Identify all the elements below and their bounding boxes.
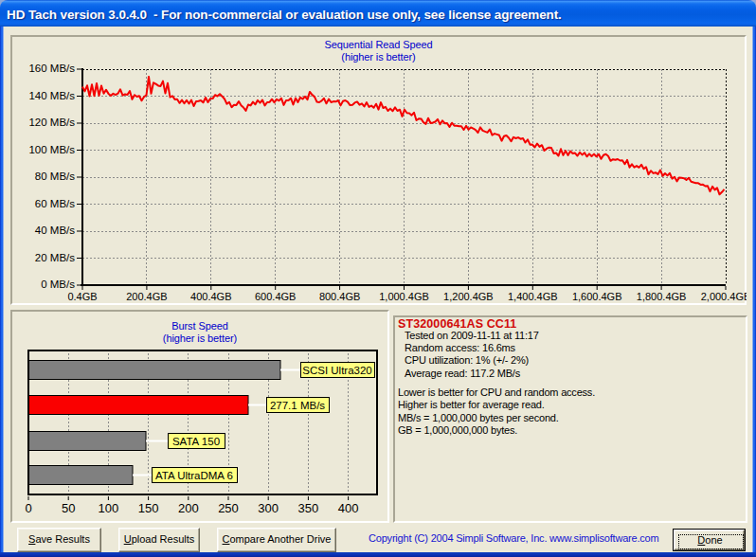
svg-text:600.4GB: 600.4GB (255, 291, 296, 302)
svg-text:277.1 MB/s: 277.1 MB/s (270, 400, 325, 411)
svg-text:200.4GB: 200.4GB (126, 291, 167, 302)
svg-text:1,600.4GB: 1,600.4GB (572, 291, 622, 302)
svg-text:60 MB/s: 60 MB/s (35, 198, 75, 209)
svg-text:40 MB/s: 40 MB/s (35, 225, 75, 236)
svg-text:350: 350 (298, 501, 319, 515)
svg-text:1,400.4GB: 1,400.4GB (508, 291, 558, 302)
svg-text:1,200.4GB: 1,200.4GB (443, 291, 494, 302)
svg-text:140 MB/s: 140 MB/s (28, 90, 75, 101)
svg-text:400.4GB: 400.4GB (190, 291, 231, 302)
svg-text:0 MB/s: 0 MB/s (41, 278, 75, 290)
svg-text:0: 0 (25, 501, 31, 515)
svg-text:100 MB/s: 100 MB/s (28, 144, 75, 155)
svg-text:250: 250 (218, 501, 239, 515)
svg-text:300: 300 (258, 501, 279, 515)
svg-text:80 MB/s: 80 MB/s (35, 171, 75, 182)
svg-text:1,000.4GB: 1,000.4GB (379, 291, 429, 302)
svg-text:20 MB/s: 20 MB/s (35, 252, 75, 263)
svg-text:150: 150 (138, 501, 159, 515)
svg-text:1,800.4GB: 1,800.4GB (637, 291, 687, 302)
svg-text:SATA 150: SATA 150 (172, 436, 220, 447)
svg-text:800.4GB: 800.4GB (319, 291, 360, 302)
svg-text:160 MB/s: 160 MB/s (28, 63, 75, 74)
svg-text:120 MB/s: 120 MB/s (28, 117, 75, 128)
svg-text:2,000.4GB: 2,000.4GB (701, 291, 747, 302)
svg-text:400: 400 (338, 501, 359, 515)
svg-text:100: 100 (99, 501, 119, 515)
svg-text:200: 200 (178, 501, 199, 515)
svg-text:ATA UltraDMA 6: ATA UltraDMA 6 (155, 470, 233, 481)
svg-text:SCSI Ultra320: SCSI Ultra320 (302, 365, 372, 376)
svg-text:50: 50 (62, 501, 75, 515)
svg-text:0.4GB: 0.4GB (67, 291, 97, 302)
